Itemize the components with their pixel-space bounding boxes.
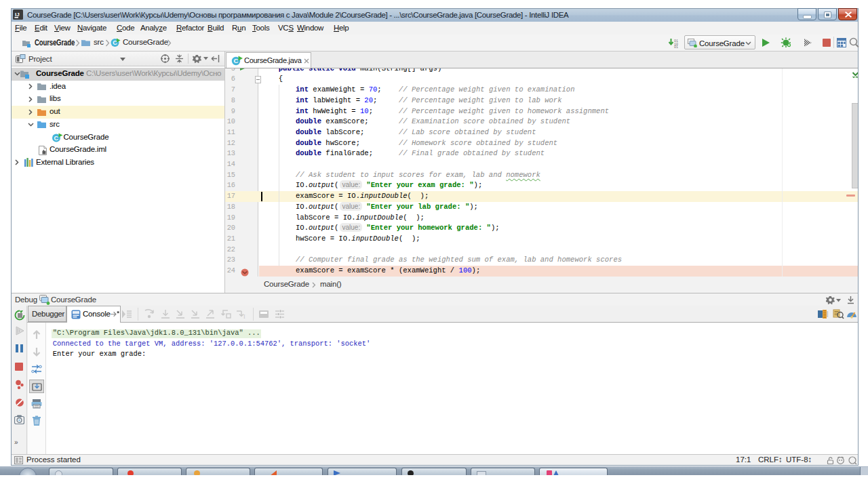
svg-text:I: I: [243, 314, 245, 319]
svg-text:C: C: [233, 57, 238, 64]
svg-text:C: C: [54, 135, 59, 142]
svg-text:01: 01: [674, 45, 678, 48]
svg-text:IJ: IJ: [15, 12, 20, 18]
